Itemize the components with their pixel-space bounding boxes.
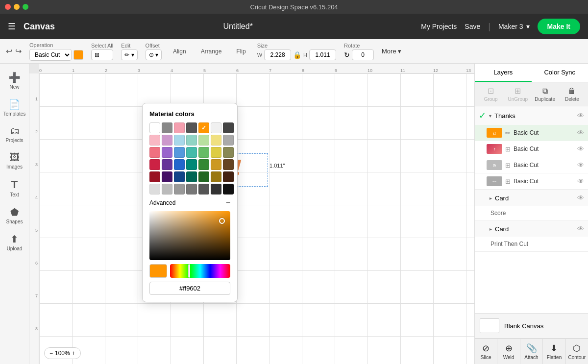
swatch-r55[interactable]: [198, 171, 209, 182]
tab-layers[interactable]: Layers: [475, 64, 532, 82]
swatch-r52[interactable]: [162, 171, 172, 182]
contour-button[interactable]: ⬡ Contour: [566, 339, 588, 364]
score-item[interactable]: Score: [475, 206, 588, 220]
slice-button[interactable]: ⊘ Slice: [475, 339, 497, 364]
swatch-r32[interactable]: [162, 147, 172, 158]
sidebar-item-upload[interactable]: ⬆ Upload: [2, 230, 27, 254]
sidebar-item-templates[interactable]: 📄 Templates: [2, 96, 27, 120]
swatch-white[interactable]: [149, 122, 160, 133]
swatch-r46[interactable]: [211, 159, 221, 170]
layer-3[interactable]: th ⊞ Basic Cut 👁: [475, 157, 588, 173]
more-button[interactable]: More ▾: [382, 48, 401, 55]
operation-select[interactable]: Basic Cut: [29, 49, 72, 61]
undo-button[interactable]: ↩: [6, 47, 12, 56]
swatch-r47[interactable]: [223, 159, 234, 170]
swatch-light[interactable]: [211, 122, 221, 133]
duplicate-button[interactable]: ⧉ Duplicate: [532, 85, 558, 104]
swatch-dark1[interactable]: [186, 122, 197, 133]
swatch-r31[interactable]: [149, 147, 160, 158]
select-all-button[interactable]: ⊞: [91, 49, 113, 60]
lock-icon[interactable]: 🔒: [293, 51, 301, 59]
hex-input[interactable]: [149, 282, 230, 295]
grid-canvas[interactable]: 2.228" 1.011" thanks! nks!: [39, 73, 474, 364]
canvas-area[interactable]: 0 1 2 3 4 5 6 7 8 9 10 11 12 13 1 2 3 4 …: [29, 64, 474, 364]
swatch-r34[interactable]: [186, 147, 197, 158]
layer-1[interactable]: a ✏ Basic Cut 👁: [475, 125, 588, 141]
group-button[interactable]: ⊡ Group: [478, 84, 504, 104]
eye-icon-card2[interactable]: 👁: [577, 225, 584, 233]
swatch-r66[interactable]: [211, 184, 221, 194]
color-gradient[interactable]: [149, 211, 230, 260]
ungroup-button[interactable]: ⊞ UnGroup: [505, 84, 531, 104]
close-button[interactable]: [5, 4, 11, 10]
swatch-r53[interactable]: [174, 171, 185, 182]
weld-button[interactable]: ⊕ Weld: [497, 339, 520, 364]
minimize-button[interactable]: [14, 4, 20, 10]
group-card-2-header[interactable]: ▸ Card 👁: [475, 221, 588, 237]
swatch-r25[interactable]: [198, 135, 209, 146]
color-swatch[interactable]: [74, 50, 83, 60]
swatch-r61[interactable]: [149, 184, 160, 194]
collapse-icon[interactable]: −: [226, 198, 230, 207]
swatch-r41[interactable]: [149, 159, 160, 170]
swatch-r22[interactable]: [162, 135, 172, 146]
edit-button[interactable]: ✏ ▾: [121, 49, 137, 60]
maker-selector[interactable]: Maker 3 ▾: [498, 23, 530, 30]
swatch-r37[interactable]: [223, 147, 234, 158]
rotate-input[interactable]: [352, 49, 374, 60]
swatch-r24[interactable]: [186, 135, 197, 146]
attach-button[interactable]: 📎 Attach: [520, 339, 543, 364]
sidebar-item-new[interactable]: ➕ New: [2, 69, 27, 93]
zoom-out-button[interactable]: −: [49, 350, 53, 357]
swatch-r62[interactable]: [162, 184, 172, 194]
gradient-cursor[interactable]: [219, 218, 225, 224]
height-input[interactable]: [309, 49, 336, 60]
swatch-r42[interactable]: [162, 159, 172, 170]
zoom-in-button[interactable]: +: [72, 350, 75, 357]
swatch-r45[interactable]: [198, 159, 209, 170]
app-logo[interactable]: Canvas: [24, 22, 55, 32]
swatch-r56[interactable]: [211, 171, 221, 182]
sidebar-item-text[interactable]: T Text: [2, 175, 27, 200]
tab-color-sync[interactable]: Color Sync: [532, 64, 588, 82]
layer-2[interactable]: t ⊞ Basic Cut 👁: [475, 141, 588, 157]
sidebar-item-projects[interactable]: 🗂 Projects: [2, 122, 27, 146]
maximize-button[interactable]: [23, 4, 28, 10]
swatch-orange[interactable]: [198, 122, 209, 133]
swatch-r21[interactable]: [149, 135, 160, 146]
swatch-pink1[interactable]: [174, 122, 185, 133]
eye-icon-2[interactable]: 👁: [577, 145, 584, 153]
hamburger-icon[interactable]: ☰: [8, 21, 16, 32]
group-thanks-header[interactable]: ✓ ▾ Thanks 👁: [475, 106, 588, 125]
swatch-r23[interactable]: [174, 135, 185, 146]
my-projects-link[interactable]: My Projects: [421, 23, 457, 30]
eye-icon-thanks[interactable]: 👁: [577, 112, 584, 120]
make-it-button[interactable]: Make It: [538, 19, 580, 34]
eye-icon-1[interactable]: 👁: [577, 129, 584, 137]
print-then-cut-item[interactable]: Print Then Cut: [475, 237, 588, 251]
swatch-r64[interactable]: [186, 184, 197, 194]
swatch-r44[interactable]: [186, 159, 197, 170]
flatten-button[interactable]: ⬇ Flatten: [543, 339, 565, 364]
swatch-r27[interactable]: [223, 135, 234, 146]
delete-button[interactable]: 🗑 Delete: [559, 85, 585, 104]
swatch-gray1[interactable]: [162, 122, 172, 133]
eye-icon-3[interactable]: 👁: [577, 161, 584, 169]
swatch-dark2[interactable]: [223, 122, 234, 133]
swatch-r65[interactable]: [198, 184, 209, 194]
align-button[interactable]: Align: [170, 46, 190, 57]
swatch-r67[interactable]: [223, 184, 234, 194]
eye-icon-4[interactable]: 👁: [577, 177, 584, 185]
layer-4[interactable]: ~~ ⊞ Basic Cut 👁: [475, 173, 588, 190]
arrange-button[interactable]: Arrange: [197, 46, 225, 57]
offset-button[interactable]: ⊙ ▾: [146, 49, 162, 60]
eye-icon-card1[interactable]: 👁: [577, 194, 584, 202]
group-card-1-header[interactable]: ▸ Card 👁: [475, 190, 588, 206]
redo-button[interactable]: ↪: [15, 47, 22, 56]
flip-button[interactable]: Flip: [233, 46, 249, 57]
swatch-r51[interactable]: [149, 171, 160, 182]
swatch-r43[interactable]: [174, 159, 185, 170]
swatch-r33[interactable]: [174, 147, 185, 158]
sidebar-item-shapes[interactable]: ⬟ Shapes: [2, 203, 27, 227]
swatch-r57[interactable]: [223, 171, 234, 182]
